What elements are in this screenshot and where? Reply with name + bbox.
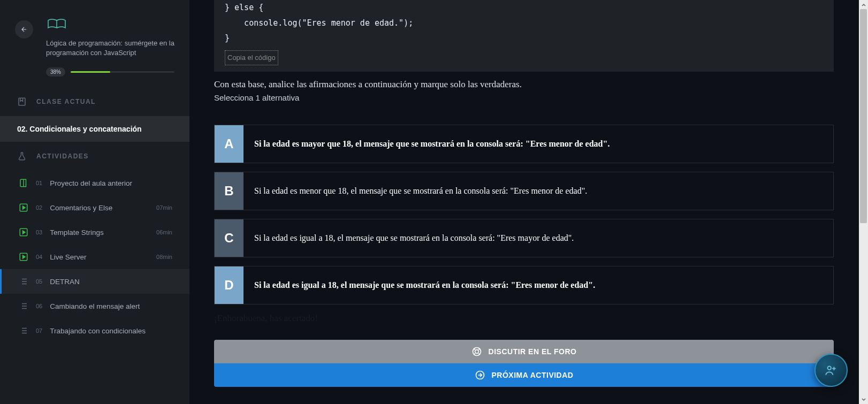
option-letter: D	[215, 266, 243, 304]
action-buttons: DISCUTIR EN EL FORO PRÓXIMA ACTIVIDAD	[214, 340, 834, 387]
activity-time: 07min	[156, 204, 172, 211]
list-icon	[19, 326, 28, 336]
option-text: Si la edad es igual a 18, el mensaje que…	[243, 219, 833, 257]
progress-badge: 38%	[46, 67, 65, 77]
activity-number: 03	[36, 229, 42, 235]
scroll-down-arrow[interactable]	[859, 395, 868, 404]
scrollbar[interactable]	[859, 0, 868, 404]
lifebuoy-icon	[471, 346, 482, 357]
activity-number: 01	[36, 180, 42, 186]
back-button[interactable]	[15, 20, 33, 39]
activity-number: 02	[36, 204, 42, 211]
current-class[interactable]: 02. Condicionales y concatenación	[0, 116, 189, 142]
option-letter: A	[215, 125, 243, 163]
activity-time: 08min	[156, 254, 172, 260]
chevron-up-icon	[861, 2, 866, 7]
course-info: Lógica de programación: sumérgete en la …	[46, 16, 174, 58]
activity-label: Template Strings	[50, 228, 149, 237]
play-icon	[19, 227, 28, 237]
flask-icon	[17, 151, 27, 161]
section-activities-label: ACTIVIDADES	[0, 142, 189, 171]
course-book-icon	[46, 16, 67, 31]
progress-row: 38%	[15, 67, 174, 77]
activity-item[interactable]: 07Trabajando con condicionales	[0, 318, 189, 343]
option-text: Si la edad es mayor que 18, el mensaje q…	[243, 125, 833, 163]
instruction-text: Con esta base, analice las afirmaciones …	[214, 79, 834, 90]
code-block: } else { console.log("Eres menor de edad…	[214, 0, 834, 72]
feedback-text: ¡Enhorabuena, has acertado!	[214, 313, 834, 324]
list-icon	[19, 301, 28, 311]
activity-label: Proyecto del aula anterior	[50, 179, 172, 187]
activity-number: 05	[36, 278, 42, 285]
activity-time: 06min	[156, 229, 172, 235]
bookmark-icon	[17, 97, 27, 106]
answer-option[interactable]: CSi la edad es igual a 18, el mensaje qu…	[214, 219, 834, 257]
next-activity-button[interactable]: PRÓXIMA ACTIVIDAD	[214, 363, 834, 387]
activity-label: Cambiando el mensaje alert	[50, 302, 172, 310]
progress-bar	[71, 71, 174, 73]
option-letter: C	[215, 219, 243, 257]
option-text: Si la edad es igual a 18, el mensaje que…	[243, 266, 833, 304]
activity-item[interactable]: 05DETRAN	[0, 269, 189, 294]
activity-number: 04	[36, 254, 42, 260]
list-icon	[19, 277, 28, 286]
activity-label: DETRAN	[50, 278, 172, 286]
forum-button[interactable]: DISCUTIR EN EL FORO	[214, 340, 834, 363]
activity-number: 07	[36, 327, 42, 334]
progress-fill	[71, 71, 110, 73]
activity-item[interactable]: 03Template Strings06min	[0, 220, 189, 245]
answer-option[interactable]: DSi la edad es igual a 18, el mensaje qu…	[214, 266, 834, 304]
play-icon	[19, 203, 28, 212]
activity-label: Trabajando con condicionales	[50, 327, 172, 335]
book-icon	[19, 178, 28, 188]
chevron-down-icon	[861, 397, 866, 402]
course-title: Lógica de programación: sumérgete en la …	[46, 39, 174, 58]
svg-point-5	[475, 350, 478, 354]
options-list: ASi la edad es mayor que 18, el mensaje …	[214, 125, 834, 304]
scroll-up-arrow[interactable]	[859, 0, 868, 9]
copy-code-button[interactable]: Copia el código	[225, 50, 278, 66]
svg-point-7	[828, 366, 832, 370]
sidebar-header: Lógica de programación: sumérgete en la …	[0, 0, 189, 87]
answer-option[interactable]: ASi la edad es mayor que 18, el mensaje …	[214, 125, 834, 163]
activity-number: 06	[36, 303, 42, 309]
play-icon	[19, 252, 28, 262]
main-content: } else { console.log("Eres menor de edad…	[189, 0, 868, 404]
help-person-icon	[824, 363, 838, 377]
answer-option[interactable]: BSi la edad es menor que 18, el mensaje …	[214, 172, 834, 210]
sidebar: Lógica de programación: sumérgete en la …	[0, 0, 189, 404]
select-hint: Selecciona 1 alternativa	[214, 93, 834, 102]
option-text: Si la edad es menor que 18, el mensaje q…	[243, 172, 833, 210]
activity-label: Live Server	[50, 253, 149, 261]
section-class-label: CLASE ACTUAL	[0, 87, 189, 116]
activity-label: Comentarios y Else	[50, 204, 149, 212]
activity-item[interactable]: 01Proyecto del aula anterior	[0, 171, 189, 195]
activity-item[interactable]: 06Cambiando el mensaje alert	[0, 294, 189, 318]
activity-item[interactable]: 02Comentarios y Else07min	[0, 195, 189, 220]
svg-rect-0	[19, 98, 25, 106]
help-fab[interactable]	[814, 354, 848, 387]
activity-item[interactable]: 04Live Server08min	[0, 245, 189, 269]
option-letter: B	[215, 172, 243, 210]
arrow-right-circle-icon	[475, 370, 485, 380]
arrow-left-icon	[20, 26, 28, 33]
scrollbar-thumb[interactable]	[860, 9, 867, 223]
